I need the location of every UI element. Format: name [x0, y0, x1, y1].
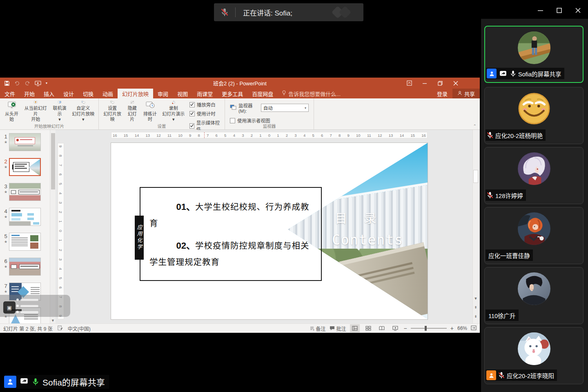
toc-item-2: 02、学校疫情防控规章制度与相关学生管理规定教育 — [149, 237, 314, 270]
normal-view-button[interactable] — [350, 324, 360, 332]
slide-canvas[interactable]: 目 录 Contents 应用化学 01、大学生校纪校规、行为养成教育 02、学… — [111, 143, 428, 319]
vertical-ruler: 9876543210123456789 — [58, 143, 64, 319]
comments-button[interactable]: 批注 — [330, 325, 346, 332]
setup-slideshow-button[interactable]: 设置 幻灯片放映 — [100, 100, 124, 123]
mic-muted-icon — [486, 192, 494, 199]
participant-tile[interactable]: 应化20-2班李晓阳 — [484, 327, 584, 384]
ribbon-group-start-slideshow: 从头开始 从当前幻灯片 开始 联机演示 ▾ 自定义 幻灯片放映 ▾ 开始放映幻灯… — [0, 98, 99, 129]
use-timings-checkbox[interactable]: 使用计时 — [189, 110, 220, 117]
thumbnail-slide-4[interactable]: 4★ — [2, 208, 48, 226]
zoom-out-button[interactable]: − — [404, 325, 407, 332]
next-slide-icon[interactable]: ⇟ — [473, 313, 479, 320]
undo-icon[interactable] — [14, 80, 20, 86]
tab-baidu-netdisk[interactable]: 百度网盘 — [247, 89, 278, 98]
ppt-minimize-button[interactable] — [417, 78, 432, 89]
participant-tile-sofia[interactable]: Sofia的屏幕共享 — [484, 26, 584, 83]
fit-to-window-button[interactable] — [471, 325, 477, 332]
custom-slideshow-icon — [78, 100, 89, 105]
present-online-button[interactable]: 联机演示 ▾ — [50, 100, 70, 123]
tab-slideshow[interactable]: 幻灯片放映 — [118, 89, 153, 98]
tab-review[interactable]: 审阅 — [153, 89, 173, 98]
toc-title-en: Contents — [332, 232, 403, 248]
avatar — [518, 152, 550, 185]
participant-tile[interactable]: 110徐广升 — [484, 267, 584, 324]
animation-star-icon: ★ — [4, 215, 7, 219]
thumbnail-slide-3[interactable]: 3★ — [2, 183, 48, 201]
ppt-status-bar: 幻灯片 第 2 张, 共 9 张 中文(中国) 备注 批注 − + 66% — [0, 323, 480, 333]
qat-dropdown-icon[interactable]: ▾ — [46, 81, 47, 85]
participant-tile[interactable]: 128许婷婷 — [484, 147, 584, 204]
tab-transitions[interactable]: 切换 — [78, 89, 98, 98]
thumbnail-slide-6[interactable]: 6★ — [2, 258, 48, 276]
ribbon: 从头开始 从当前幻灯片 开始 联机演示 ▾ 自定义 幻灯片放映 ▾ 开始放映幻灯… — [0, 98, 480, 130]
sign-in-button[interactable]: 登录 — [432, 89, 452, 98]
ppt-share-button[interactable]: 共享 — [452, 89, 480, 98]
floating-widget-icon[interactable]: ▣ — [3, 301, 16, 314]
hide-slide-button[interactable]: 隐藏 幻灯片 — [124, 100, 140, 123]
start-slideshow-icon[interactable] — [35, 80, 41, 86]
ppt-close-button[interactable] — [448, 78, 463, 89]
animation-star-icon: ★ — [4, 140, 7, 144]
zoom-slider[interactable] — [411, 324, 447, 332]
scrollbar-thumb[interactable] — [473, 170, 478, 183]
lightbulb-icon — [282, 90, 286, 97]
avatar — [518, 272, 550, 305]
thumbnail-slide-1[interactable]: 1★ — [2, 133, 48, 151]
tab-design[interactable]: 设计 — [59, 89, 78, 98]
monitor-label: 监视器(M): — [238, 102, 259, 114]
mic-muted-icon — [214, 8, 235, 17]
speaking-label: 正在讲话: Sofia; — [243, 7, 329, 18]
reading-view-button[interactable] — [377, 324, 387, 332]
ribbon-tab-bar: 文件 开始 插入 设计 切换 动画 幻灯片放映 审阅 视图 雨课堂 更多工具 百… — [0, 89, 480, 98]
screen-share-indicator: Sofia的屏幕共享 — [4, 375, 109, 389]
spellcheck-icon[interactable] — [58, 325, 63, 332]
notes-button[interactable]: 备注 — [310, 325, 326, 332]
slideshow-view-button[interactable] — [390, 324, 400, 332]
scroll-down-icon[interactable]: ▼ — [473, 295, 479, 302]
meeting-logo-icon — [329, 5, 358, 19]
custom-slideshow-button[interactable]: 自定义 幻灯片放映 ▾ — [70, 100, 97, 123]
from-beginning-button[interactable]: 从头开始 — [2, 100, 22, 123]
participant-label: 应化20-2班李晓阳 — [486, 370, 557, 381]
editor-scrollbar[interactable]: ▼ ⇞ ⇟ — [472, 130, 479, 323]
tab-insert[interactable]: 插入 — [39, 89, 59, 98]
zoom-in-button[interactable]: + — [450, 325, 454, 332]
zoom-level[interactable]: 66% — [457, 325, 467, 331]
minimize-button[interactable] — [534, 4, 546, 16]
slide-sorter-view-button[interactable] — [363, 324, 373, 332]
ppt-restore-button[interactable] — [432, 78, 448, 89]
thumbnail-slide-2[interactable]: 2★ — [2, 158, 48, 176]
avatar — [518, 212, 550, 245]
share-label: 共享 — [464, 90, 475, 98]
play-narrations-checkbox[interactable]: 播放旁白 — [189, 101, 220, 108]
chevron-down-icon: ▾ — [305, 106, 306, 110]
tab-file[interactable]: 文件 — [0, 89, 20, 98]
tab-home[interactable]: 开始 — [20, 89, 39, 98]
rehearse-timings-button[interactable]: 排练计时 — [140, 100, 160, 123]
tab-more-tools[interactable]: 更多工具 — [217, 89, 247, 98]
record-slideshow-button[interactable]: 录制 幻灯片演示 ▾ — [160, 100, 187, 123]
scroll-down-icon[interactable]: ▼ — [50, 318, 56, 323]
language-indicator[interactable]: 中文(中国) — [68, 325, 91, 332]
participant-tile[interactable]: 应化一班曹佳静 — [484, 207, 584, 264]
save-icon[interactable] — [4, 80, 10, 86]
ribbon-display-options-icon[interactable] — [401, 78, 417, 89]
from-current-slide-button[interactable]: 从当前幻灯片 开始 — [22, 100, 50, 123]
tab-view[interactable]: 视图 — [173, 89, 192, 98]
share-owner-label: Sofia的屏幕共享 — [42, 376, 105, 388]
screen-share-icon — [20, 377, 29, 387]
previous-slide-icon[interactable]: ⇞ — [473, 304, 479, 311]
thumbnail-scrollbar[interactable]: ▼ — [50, 130, 56, 323]
redo-icon[interactable] — [24, 80, 30, 86]
thumbnail-slide-5[interactable]: 5★ — [2, 233, 48, 251]
participant-label: Sofia的屏幕共享 — [486, 68, 564, 79]
tab-animations[interactable]: 动画 — [98, 89, 118, 98]
collapse-ribbon-icon[interactable]: ⌃ — [473, 124, 477, 128]
close-button[interactable] — [572, 4, 584, 16]
monitor-select[interactable]: 自动 ▾ — [261, 104, 309, 112]
floating-widget[interactable]: ▣ — [0, 295, 70, 317]
participant-tile[interactable]: 应化20-2班杨明艳 — [484, 87, 584, 144]
tell-me-box[interactable]: 告诉我您想要做什么... — [278, 89, 345, 98]
tab-yuketang[interactable]: 雨课堂 — [192, 89, 217, 98]
maximize-button[interactable] — [553, 4, 565, 16]
